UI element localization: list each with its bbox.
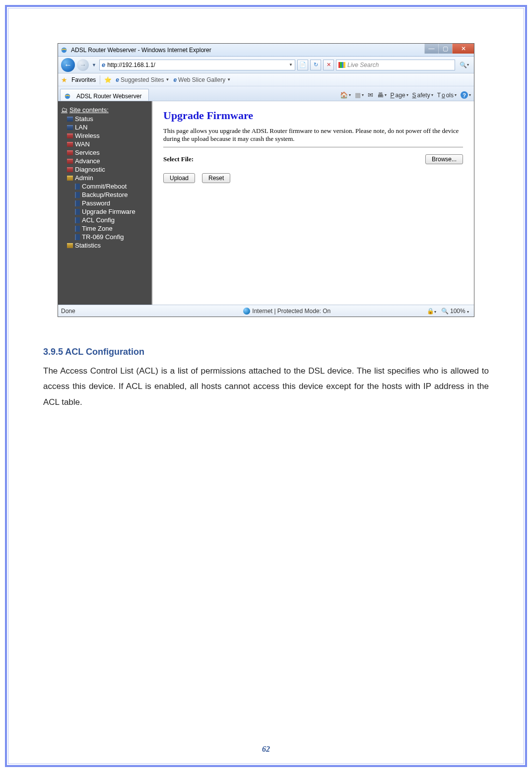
sidebar-item-wan[interactable]: WAN (58, 140, 151, 148)
stop-button[interactable]: ✕ (323, 60, 334, 70)
page-icon: e (102, 61, 105, 68)
sidebar-sub-password[interactable]: Password (58, 199, 151, 207)
favorites-star-icon[interactable]: ★ (61, 76, 67, 84)
feeds-button[interactable]: ▦▾ (355, 91, 364, 99)
sidebar-item-admin[interactable]: Admin (58, 174, 151, 182)
sidebar-sub-tr069[interactable]: TR-069 Config (58, 233, 151, 241)
address-bar: ← → ▼ e ▼ 📄 ↻ ✕ Live Search 🔍▾ (58, 57, 474, 73)
web-slice-gallery-link[interactable]: e Web Slice Gallery ▼ (173, 76, 231, 83)
minimize-button[interactable]: — (424, 44, 438, 54)
print-button[interactable]: 🖶▾ (377, 91, 387, 99)
browse-button[interactable]: Browse... (425, 154, 463, 164)
maximize-button[interactable]: ▢ (438, 44, 452, 54)
section-heading: 3.9.5 ACL Configuration (43, 347, 489, 357)
favorites-label[interactable]: Favorites (71, 76, 96, 83)
sidebar-item-diagnostic[interactable]: Diagnostic (58, 165, 151, 174)
sidebar-sub-backup-restore[interactable]: Backup/Restore (58, 191, 151, 199)
command-bar: 🏠▾ ▦▾ ✉ 🖶▾ PPageage ▾ Safety ▾ Tools ▾ ?… (340, 91, 471, 99)
sidebar-item-status[interactable]: Status (58, 115, 151, 123)
refresh-button[interactable]: ↻ (310, 60, 321, 70)
search-placeholder: Live Search (347, 62, 379, 68)
document-section: 3.9.5 ACL Configuration The Access Contr… (28, 347, 504, 410)
forward-button[interactable]: → (77, 59, 89, 71)
sidebar-item-services[interactable]: Services (58, 148, 151, 157)
status-bar: Done Internet | Protected Mode: On 🔒▾ 🔍 … (58, 305, 474, 317)
window-titlebar: ADSL Router Webserver - Windows Internet… (58, 44, 474, 57)
ie-logo-icon (60, 46, 68, 54)
suggested-sites-label: Suggested Sites (121, 76, 164, 83)
url-input[interactable] (107, 62, 287, 68)
url-field[interactable]: e ▼ (99, 60, 295, 70)
read-mail-button[interactable]: ✉ (368, 91, 373, 99)
select-file-label: Select File: (163, 155, 208, 163)
tab-favicon-icon (64, 92, 71, 100)
main-panel: Upgrade Firmware This page allows you up… (152, 101, 474, 305)
page-title: Upgrade Firmware (163, 109, 463, 122)
page-number: 62 (8, 745, 524, 754)
web-slice-label: Web Slice Gallery (178, 76, 225, 83)
reset-button[interactable]: Reset (202, 173, 230, 183)
page-menu[interactable]: PPageage ▾ (391, 92, 408, 99)
sidebar-sub-upgrade-firmware[interactable]: Upgrade Firmware (58, 207, 151, 216)
page-description: This page allows you upgrade the ADSL Ro… (163, 127, 463, 143)
divider (100, 75, 100, 84)
zoom-control[interactable]: 🔍 100% ▾ (441, 308, 469, 315)
url-dropdown-icon[interactable]: ▼ (289, 63, 293, 67)
search-button[interactable]: 🔍▾ (457, 60, 471, 70)
add-favorite-icon[interactable]: ⭐ (104, 76, 112, 83)
security-report-icon[interactable]: 🔒▾ (427, 308, 436, 315)
safety-menu[interactable]: Safety ▾ (412, 92, 433, 99)
tab-title: ADSL Router Webserver (76, 93, 141, 100)
close-button[interactable]: ✕ (452, 44, 474, 54)
search-provider-icon (338, 62, 345, 68)
section-paragraph: The Access Control List (ACL) is a list … (43, 363, 489, 410)
sidebar-sub-time-zone[interactable]: Time Zone (58, 224, 151, 233)
tab-bar: ADSL Router Webserver 🏠▾ ▦▾ ✉ 🖶▾ PPageag… (58, 86, 474, 101)
tools-menu[interactable]: Tools ▾ (437, 92, 457, 99)
tab-active[interactable]: ADSL Router Webserver (60, 89, 149, 101)
protected-mode-label: Internet | Protected Mode: On (252, 308, 331, 315)
nav-history-dropdown[interactable]: ▼ (91, 63, 97, 67)
sidebar-sub-commit-reboot[interactable]: Commit/Reboot (58, 182, 151, 191)
favorites-bar: ★ Favorites ⭐ e Suggested Sites ▼ e Web … (58, 73, 474, 86)
sidebar-heading: 🗂Site contents: (58, 105, 151, 115)
divider (163, 147, 463, 147)
status-text: Done (58, 308, 147, 315)
page-content: 🗂Site contents: Status LAN Wireless WAN … (58, 101, 474, 305)
window-controls: — ▢ ✕ (424, 44, 474, 54)
sidebar-item-statistics[interactable]: Statistics (58, 241, 151, 250)
upload-button[interactable]: Upload (163, 173, 195, 183)
back-button[interactable]: ← (61, 58, 75, 72)
sidebar-item-lan[interactable]: LAN (58, 123, 151, 131)
internet-zone-icon (243, 308, 250, 315)
help-button[interactable]: ?▾ (461, 91, 471, 99)
sidebar-sub-acl-config[interactable]: ACL Config (58, 216, 151, 224)
home-button[interactable]: 🏠▾ (340, 91, 351, 99)
suggested-sites-link[interactable]: e Suggested Sites ▼ (116, 76, 169, 83)
window-title: ADSL Router Webserver - Windows Internet… (71, 47, 211, 54)
compat-view-button[interactable]: 📄 (297, 60, 308, 70)
browser-window: ADSL Router Webserver - Windows Internet… (58, 43, 474, 317)
sidebar-item-wireless[interactable]: Wireless (58, 131, 151, 140)
search-field[interactable]: Live Search (336, 60, 455, 70)
sidebar-nav: 🗂Site contents: Status LAN Wireless WAN … (58, 101, 152, 305)
sidebar-item-advance[interactable]: Advance (58, 157, 151, 165)
